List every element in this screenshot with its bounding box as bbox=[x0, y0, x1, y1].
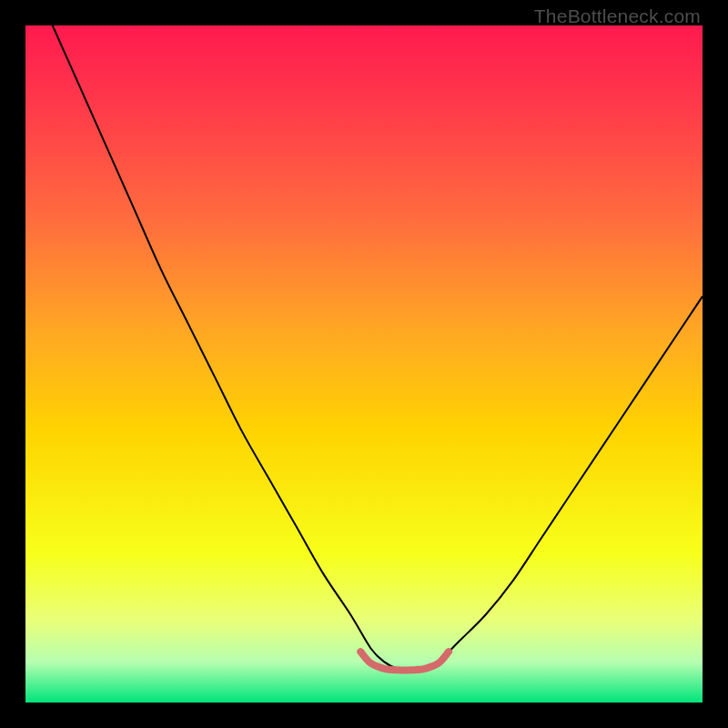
chart-frame: { "attribution": "TheBottleneck.com", "c… bbox=[0, 0, 728, 728]
attribution-text: TheBottleneck.com bbox=[534, 5, 701, 27]
chart-svg bbox=[25, 25, 703, 703]
gradient-background bbox=[25, 25, 703, 703]
chart-plot-area bbox=[25, 25, 703, 703]
